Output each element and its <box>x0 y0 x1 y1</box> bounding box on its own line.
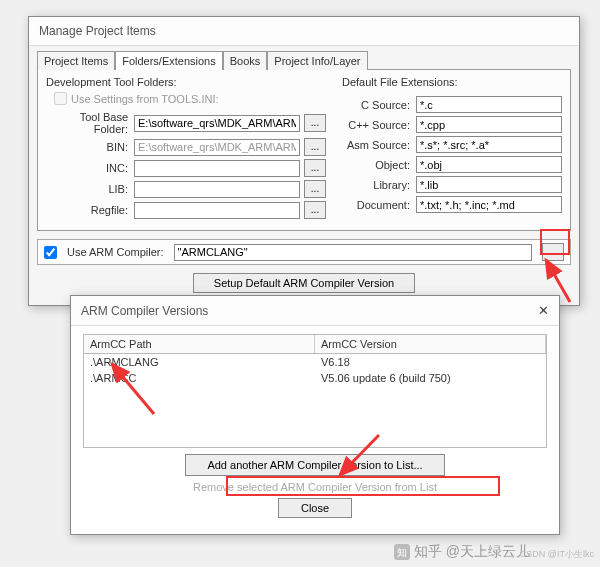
table-header: ArmCC Path ArmCC Version <box>83 334 547 354</box>
regfile-label: Regfile: <box>46 204 130 216</box>
window-title: ARM Compiler Versions <box>81 304 208 318</box>
csrc-input[interactable] <box>416 96 562 113</box>
doc-input[interactable] <box>416 196 562 213</box>
inc-input[interactable] <box>134 160 300 177</box>
cell-path: .\ARMCLANG <box>84 354 315 370</box>
table-body[interactable]: .\ARMCLANG V6.18 .\ARMCC V5.06 update 6 … <box>83 354 547 448</box>
close-button[interactable]: Close <box>278 498 352 518</box>
titlebar: ARM Compiler Versions ✕ <box>71 296 559 326</box>
lib-browse-button[interactable]: ... <box>304 180 326 198</box>
asm-input[interactable] <box>416 136 562 153</box>
tab-project-items[interactable]: Project Items <box>37 51 115 70</box>
obj-label: Object: <box>342 159 412 171</box>
arm-compiler-browse-button[interactable]: ... <box>542 243 564 261</box>
asm-label: Asm Source: <box>342 139 412 151</box>
arm-compiler-versions-window: ARM Compiler Versions ✕ ArmCC Path ArmCC… <box>70 295 560 535</box>
lib-input[interactable] <box>134 181 300 198</box>
tab-books[interactable]: Books <box>223 51 268 70</box>
bin-label: BIN: <box>46 141 130 153</box>
table-row[interactable]: .\ARMCC V5.06 update 6 (build 750) <box>84 370 546 386</box>
tool-base-input[interactable] <box>134 115 300 132</box>
tab-project-info[interactable]: Project Info/Layer <box>267 51 367 70</box>
tool-base-label: Tool Base Folder: <box>46 111 130 135</box>
col-armcc-version[interactable]: ArmCC Version <box>315 335 546 353</box>
titlebar: Manage Project Items <box>29 17 579 46</box>
watermark-csdn: CSDN @IT小生lkc <box>520 548 594 561</box>
bin-browse-button[interactable]: ... <box>304 138 326 156</box>
dev-tool-folders-label: Development Tool Folders: <box>46 76 326 88</box>
remove-compiler-button: Remove selected ARM Compiler Version fro… <box>185 478 445 496</box>
library-label: Library: <box>342 179 412 191</box>
bin-input[interactable] <box>134 139 300 156</box>
tab-bar: Project Items Folders/Extensions Books P… <box>29 46 579 69</box>
cpp-input[interactable] <box>416 116 562 133</box>
table-row[interactable]: .\ARMCLANG V6.18 <box>84 354 546 370</box>
use-settings-checkbox <box>54 92 67 105</box>
manage-project-items-window: Manage Project Items Project Items Folde… <box>28 16 580 306</box>
add-compiler-button[interactable]: Add another ARM Compiler Version to List… <box>185 454 445 476</box>
col-armcc-path[interactable]: ArmCC Path <box>84 335 315 353</box>
cpp-label: C++ Source: <box>342 119 412 131</box>
svg-text:知: 知 <box>397 547 407 558</box>
obj-input[interactable] <box>416 156 562 173</box>
library-input[interactable] <box>416 176 562 193</box>
regfile-input[interactable] <box>134 202 300 219</box>
window-title: Manage Project Items <box>39 24 156 38</box>
use-arm-compiler-label: Use ARM Compiler: <box>67 246 164 258</box>
cell-version: V5.06 update 6 (build 750) <box>315 370 546 386</box>
tool-base-browse-button[interactable]: ... <box>304 114 326 132</box>
close-icon[interactable]: ✕ <box>538 303 549 318</box>
regfile-browse-button[interactable]: ... <box>304 201 326 219</box>
cell-version: V6.18 <box>315 354 546 370</box>
lib-label: LIB: <box>46 183 130 195</box>
compiler-row: Use ARM Compiler: ... <box>37 239 571 265</box>
doc-label: Document: <box>342 199 412 211</box>
tab-folders-extensions[interactable]: Folders/Extensions <box>115 51 223 70</box>
watermark-zhihu: 知 知乎 @天上绿云儿 <box>394 543 530 561</box>
use-settings-label: Use Settings from TOOLS.INI: <box>71 93 219 105</box>
folders-panel: Development Tool Folders: Use Settings f… <box>37 69 571 231</box>
inc-browse-button[interactable]: ... <box>304 159 326 177</box>
cell-path: .\ARMCC <box>84 370 315 386</box>
zhihu-icon: 知 <box>394 544 410 560</box>
use-arm-compiler-checkbox[interactable] <box>44 246 57 259</box>
default-ext-label: Default File Extensions: <box>342 76 562 88</box>
setup-default-compiler-button[interactable]: Setup Default ARM Compiler Version <box>193 273 415 293</box>
arm-compiler-input[interactable] <box>174 244 532 261</box>
csrc-label: C Source: <box>342 99 412 111</box>
inc-label: INC: <box>46 162 130 174</box>
